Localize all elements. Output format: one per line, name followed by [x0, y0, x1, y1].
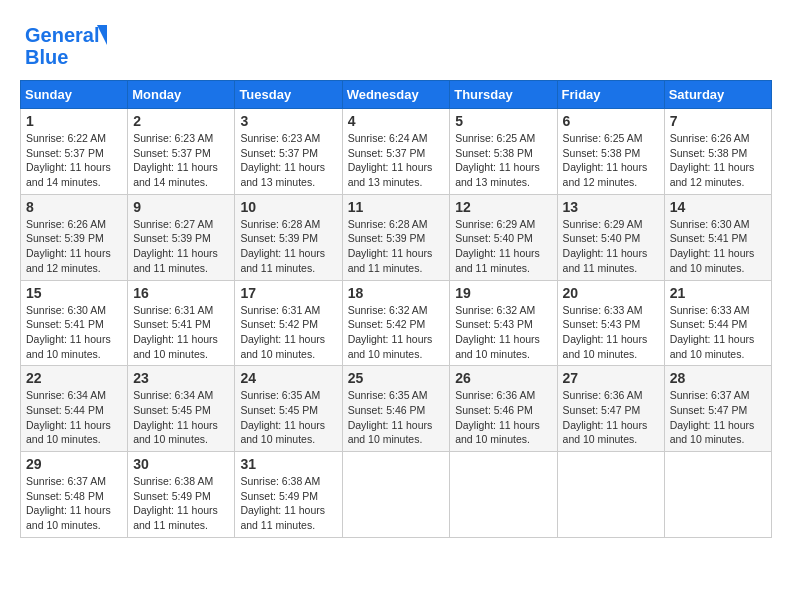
- day-number: 22: [26, 370, 122, 386]
- day-number: 23: [133, 370, 229, 386]
- day-info: Sunrise: 6:38 AMSunset: 5:49 PMDaylight:…: [133, 474, 229, 533]
- header-tuesday: Tuesday: [235, 81, 342, 109]
- day-number: 24: [240, 370, 336, 386]
- calendar-cell: 10Sunrise: 6:28 AMSunset: 5:39 PMDayligh…: [235, 194, 342, 280]
- day-info: Sunrise: 6:24 AMSunset: 5:37 PMDaylight:…: [348, 131, 445, 190]
- calendar-cell: 25Sunrise: 6:35 AMSunset: 5:46 PMDayligh…: [342, 366, 450, 452]
- day-info: Sunrise: 6:31 AMSunset: 5:41 PMDaylight:…: [133, 303, 229, 362]
- header-monday: Monday: [128, 81, 235, 109]
- day-info: Sunrise: 6:36 AMSunset: 5:46 PMDaylight:…: [455, 388, 551, 447]
- day-info: Sunrise: 6:22 AMSunset: 5:37 PMDaylight:…: [26, 131, 122, 190]
- day-number: 12: [455, 199, 551, 215]
- day-info: Sunrise: 6:38 AMSunset: 5:49 PMDaylight:…: [240, 474, 336, 533]
- day-number: 26: [455, 370, 551, 386]
- day-number: 18: [348, 285, 445, 301]
- calendar-cell: 30Sunrise: 6:38 AMSunset: 5:49 PMDayligh…: [128, 452, 235, 538]
- day-number: 19: [455, 285, 551, 301]
- day-number: 1: [26, 113, 122, 129]
- calendar-cell: 28Sunrise: 6:37 AMSunset: 5:47 PMDayligh…: [664, 366, 771, 452]
- day-info: Sunrise: 6:23 AMSunset: 5:37 PMDaylight:…: [240, 131, 336, 190]
- calendar-cell: 17Sunrise: 6:31 AMSunset: 5:42 PMDayligh…: [235, 280, 342, 366]
- day-info: Sunrise: 6:30 AMSunset: 5:41 PMDaylight:…: [670, 217, 766, 276]
- header-friday: Friday: [557, 81, 664, 109]
- logo: General Blue: [20, 20, 110, 70]
- calendar-cell: 11Sunrise: 6:28 AMSunset: 5:39 PMDayligh…: [342, 194, 450, 280]
- calendar-cell: 22Sunrise: 6:34 AMSunset: 5:44 PMDayligh…: [21, 366, 128, 452]
- day-info: Sunrise: 6:31 AMSunset: 5:42 PMDaylight:…: [240, 303, 336, 362]
- calendar-cell: 24Sunrise: 6:35 AMSunset: 5:45 PMDayligh…: [235, 366, 342, 452]
- day-info: Sunrise: 6:26 AMSunset: 5:38 PMDaylight:…: [670, 131, 766, 190]
- day-number: 13: [563, 199, 659, 215]
- calendar-cell: 16Sunrise: 6:31 AMSunset: 5:41 PMDayligh…: [128, 280, 235, 366]
- calendar-week-4: 22Sunrise: 6:34 AMSunset: 5:44 PMDayligh…: [21, 366, 772, 452]
- day-number: 14: [670, 199, 766, 215]
- calendar-cell: 15Sunrise: 6:30 AMSunset: 5:41 PMDayligh…: [21, 280, 128, 366]
- calendar-cell: 29Sunrise: 6:37 AMSunset: 5:48 PMDayligh…: [21, 452, 128, 538]
- calendar-cell: 8Sunrise: 6:26 AMSunset: 5:39 PMDaylight…: [21, 194, 128, 280]
- calendar-cell: 19Sunrise: 6:32 AMSunset: 5:43 PMDayligh…: [450, 280, 557, 366]
- calendar-cell: 13Sunrise: 6:29 AMSunset: 5:40 PMDayligh…: [557, 194, 664, 280]
- calendar-cell: 9Sunrise: 6:27 AMSunset: 5:39 PMDaylight…: [128, 194, 235, 280]
- day-number: 17: [240, 285, 336, 301]
- day-number: 21: [670, 285, 766, 301]
- calendar-cell: 1Sunrise: 6:22 AMSunset: 5:37 PMDaylight…: [21, 109, 128, 195]
- day-info: Sunrise: 6:34 AMSunset: 5:45 PMDaylight:…: [133, 388, 229, 447]
- calendar-week-5: 29Sunrise: 6:37 AMSunset: 5:48 PMDayligh…: [21, 452, 772, 538]
- day-number: 30: [133, 456, 229, 472]
- calendar-cell: [342, 452, 450, 538]
- day-info: Sunrise: 6:23 AMSunset: 5:37 PMDaylight:…: [133, 131, 229, 190]
- logo-svg: General Blue: [20, 20, 110, 70]
- header-thursday: Thursday: [450, 81, 557, 109]
- calendar-cell: 2Sunrise: 6:23 AMSunset: 5:37 PMDaylight…: [128, 109, 235, 195]
- day-info: Sunrise: 6:35 AMSunset: 5:45 PMDaylight:…: [240, 388, 336, 447]
- day-info: Sunrise: 6:37 AMSunset: 5:47 PMDaylight:…: [670, 388, 766, 447]
- day-number: 11: [348, 199, 445, 215]
- day-info: Sunrise: 6:28 AMSunset: 5:39 PMDaylight:…: [240, 217, 336, 276]
- day-number: 29: [26, 456, 122, 472]
- day-info: Sunrise: 6:34 AMSunset: 5:44 PMDaylight:…: [26, 388, 122, 447]
- day-info: Sunrise: 6:32 AMSunset: 5:43 PMDaylight:…: [455, 303, 551, 362]
- day-info: Sunrise: 6:32 AMSunset: 5:42 PMDaylight:…: [348, 303, 445, 362]
- calendar-cell: 31Sunrise: 6:38 AMSunset: 5:49 PMDayligh…: [235, 452, 342, 538]
- day-info: Sunrise: 6:33 AMSunset: 5:43 PMDaylight:…: [563, 303, 659, 362]
- calendar-cell: 3Sunrise: 6:23 AMSunset: 5:37 PMDaylight…: [235, 109, 342, 195]
- day-number: 25: [348, 370, 445, 386]
- calendar-header-row: SundayMondayTuesdayWednesdayThursdayFrid…: [21, 81, 772, 109]
- day-number: 6: [563, 113, 659, 129]
- day-number: 2: [133, 113, 229, 129]
- calendar-cell: 21Sunrise: 6:33 AMSunset: 5:44 PMDayligh…: [664, 280, 771, 366]
- calendar-cell: [557, 452, 664, 538]
- day-number: 20: [563, 285, 659, 301]
- calendar-cell: 27Sunrise: 6:36 AMSunset: 5:47 PMDayligh…: [557, 366, 664, 452]
- svg-text:General: General: [25, 24, 99, 46]
- calendar-week-2: 8Sunrise: 6:26 AMSunset: 5:39 PMDaylight…: [21, 194, 772, 280]
- calendar-week-3: 15Sunrise: 6:30 AMSunset: 5:41 PMDayligh…: [21, 280, 772, 366]
- day-number: 7: [670, 113, 766, 129]
- calendar-cell: [450, 452, 557, 538]
- day-number: 15: [26, 285, 122, 301]
- calendar-cell: 4Sunrise: 6:24 AMSunset: 5:37 PMDaylight…: [342, 109, 450, 195]
- day-info: Sunrise: 6:33 AMSunset: 5:44 PMDaylight:…: [670, 303, 766, 362]
- calendar-cell: 14Sunrise: 6:30 AMSunset: 5:41 PMDayligh…: [664, 194, 771, 280]
- calendar-table: SundayMondayTuesdayWednesdayThursdayFrid…: [20, 80, 772, 538]
- header-saturday: Saturday: [664, 81, 771, 109]
- day-number: 28: [670, 370, 766, 386]
- day-info: Sunrise: 6:29 AMSunset: 5:40 PMDaylight:…: [455, 217, 551, 276]
- day-info: Sunrise: 6:28 AMSunset: 5:39 PMDaylight:…: [348, 217, 445, 276]
- page-header: General Blue: [20, 20, 772, 70]
- calendar-cell: 26Sunrise: 6:36 AMSunset: 5:46 PMDayligh…: [450, 366, 557, 452]
- day-info: Sunrise: 6:25 AMSunset: 5:38 PMDaylight:…: [455, 131, 551, 190]
- day-info: Sunrise: 6:25 AMSunset: 5:38 PMDaylight:…: [563, 131, 659, 190]
- calendar-cell: 7Sunrise: 6:26 AMSunset: 5:38 PMDaylight…: [664, 109, 771, 195]
- day-number: 3: [240, 113, 336, 129]
- calendar-cell: 5Sunrise: 6:25 AMSunset: 5:38 PMDaylight…: [450, 109, 557, 195]
- day-info: Sunrise: 6:26 AMSunset: 5:39 PMDaylight:…: [26, 217, 122, 276]
- header-sunday: Sunday: [21, 81, 128, 109]
- day-info: Sunrise: 6:37 AMSunset: 5:48 PMDaylight:…: [26, 474, 122, 533]
- calendar-cell: [664, 452, 771, 538]
- calendar-cell: 23Sunrise: 6:34 AMSunset: 5:45 PMDayligh…: [128, 366, 235, 452]
- day-number: 16: [133, 285, 229, 301]
- day-info: Sunrise: 6:36 AMSunset: 5:47 PMDaylight:…: [563, 388, 659, 447]
- day-info: Sunrise: 6:27 AMSunset: 5:39 PMDaylight:…: [133, 217, 229, 276]
- svg-text:Blue: Blue: [25, 46, 68, 68]
